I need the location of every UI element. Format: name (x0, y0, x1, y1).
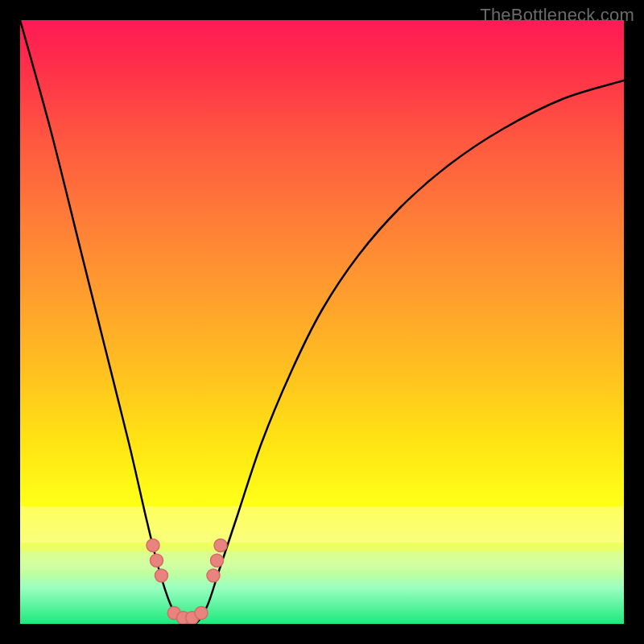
curve-marker (151, 554, 163, 567)
curve-marker (195, 607, 208, 620)
curve-marker (147, 539, 159, 552)
bottleneck-curve (20, 20, 624, 624)
curve-marker (155, 569, 168, 582)
curve-marker (214, 539, 227, 552)
curve-marker (207, 569, 220, 582)
watermark-text: TheBottleneck.com (480, 5, 634, 26)
chart-area (20, 20, 624, 624)
chart-svg (20, 20, 624, 624)
curve-markers (147, 539, 227, 625)
curve-marker (211, 554, 224, 567)
